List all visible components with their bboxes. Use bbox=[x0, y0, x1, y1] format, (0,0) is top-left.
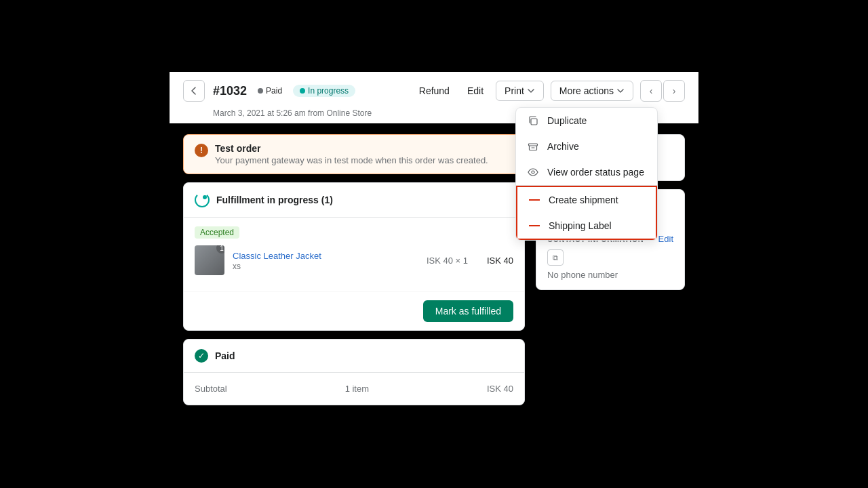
inprogress-dot bbox=[300, 88, 305, 94]
mark-fulfilled-button[interactable]: Mark as fulfilled bbox=[423, 300, 513, 322]
copy-button[interactable]: ⧉ bbox=[547, 249, 564, 266]
shipping-label-icon bbox=[528, 220, 540, 232]
nav-arrows: ‹ › bbox=[640, 80, 685, 102]
paid-icon: ✓ bbox=[195, 349, 208, 363]
subtotal-qty: 1 item bbox=[345, 384, 369, 394]
product-variant: xs bbox=[233, 262, 418, 271]
dropdown-item-view-status[interactable]: View order status page bbox=[516, 159, 657, 185]
product-image: 1 bbox=[195, 245, 224, 275]
alert-desc: Your payment gateway was in test mode wh… bbox=[215, 155, 488, 165]
order-number: #1032 bbox=[213, 84, 247, 98]
subtotal-amount: ISK 40 bbox=[487, 384, 513, 394]
back-button[interactable] bbox=[183, 80, 205, 102]
create-shipment-label: Create shipment bbox=[549, 195, 618, 205]
refund-button[interactable]: Refund bbox=[414, 81, 455, 100]
fulfillment-progress-icon bbox=[195, 192, 210, 207]
product-info: Classic Leather Jacket xs bbox=[233, 249, 418, 271]
duplicate-icon bbox=[527, 115, 539, 127]
shipping-label-label: Shipping Label bbox=[549, 220, 612, 231]
fulfillment-card: Fulfillment in progress (1) Accepted 1 C… bbox=[183, 182, 525, 331]
eye-icon bbox=[527, 166, 539, 178]
archive-label: Archive bbox=[547, 141, 579, 152]
subtotal-row: Subtotal 1 item ISK 40 bbox=[195, 381, 513, 396]
more-actions-dropdown: Duplicate Archive View order status page bbox=[515, 107, 658, 241]
subtotal-label: Subtotal bbox=[195, 384, 227, 394]
inprogress-badge: In progress bbox=[293, 85, 355, 97]
paid-title: Paid bbox=[215, 350, 235, 361]
paid-dot bbox=[258, 88, 263, 94]
view-status-label: View order status page bbox=[547, 167, 644, 178]
product-price: ISK 40 × 1 bbox=[427, 256, 468, 266]
prev-order-button[interactable]: ‹ bbox=[640, 80, 662, 102]
accepted-badge: Accepted bbox=[195, 226, 239, 239]
dropdown-item-archive[interactable]: Archive bbox=[516, 134, 657, 159]
archive-icon bbox=[527, 140, 539, 152]
print-button[interactable]: Print bbox=[496, 81, 544, 101]
duplicate-label: Duplicate bbox=[547, 115, 587, 126]
no-phone: No phone number bbox=[547, 270, 673, 280]
svg-point-2 bbox=[532, 171, 534, 174]
paid-card: ✓ Paid Subtotal 1 item ISK 40 bbox=[183, 339, 525, 405]
alert-title: Test order bbox=[215, 143, 488, 154]
next-order-button[interactable]: › bbox=[663, 80, 685, 102]
alert-icon: ! bbox=[195, 144, 208, 157]
dropdown-item-shipping-label[interactable]: Shipping Label bbox=[517, 213, 656, 239]
contact-edit-link[interactable]: Edit bbox=[658, 234, 673, 244]
svg-rect-0 bbox=[531, 119, 537, 125]
product-name-link[interactable]: Classic Leather Jacket bbox=[233, 251, 321, 261]
svg-rect-1 bbox=[529, 144, 538, 146]
alert-banner: ! Test order Your payment gateway was in… bbox=[183, 134, 525, 174]
dropdown-item-create-shipment[interactable]: Create shipment bbox=[517, 187, 656, 213]
more-actions-button[interactable]: More actions bbox=[551, 81, 633, 101]
create-shipment-icon bbox=[528, 194, 540, 206]
product-row: 1 Classic Leather Jacket xs ISK 40 × 1 I… bbox=[195, 245, 513, 275]
fulfillment-title: Fulfillment in progress (1) bbox=[216, 195, 333, 205]
edit-button[interactable]: Edit bbox=[462, 81, 489, 100]
product-total: ISK 40 bbox=[487, 256, 513, 266]
dropdown-item-duplicate[interactable]: Duplicate bbox=[516, 108, 657, 134]
paid-badge: Paid bbox=[258, 86, 282, 96]
